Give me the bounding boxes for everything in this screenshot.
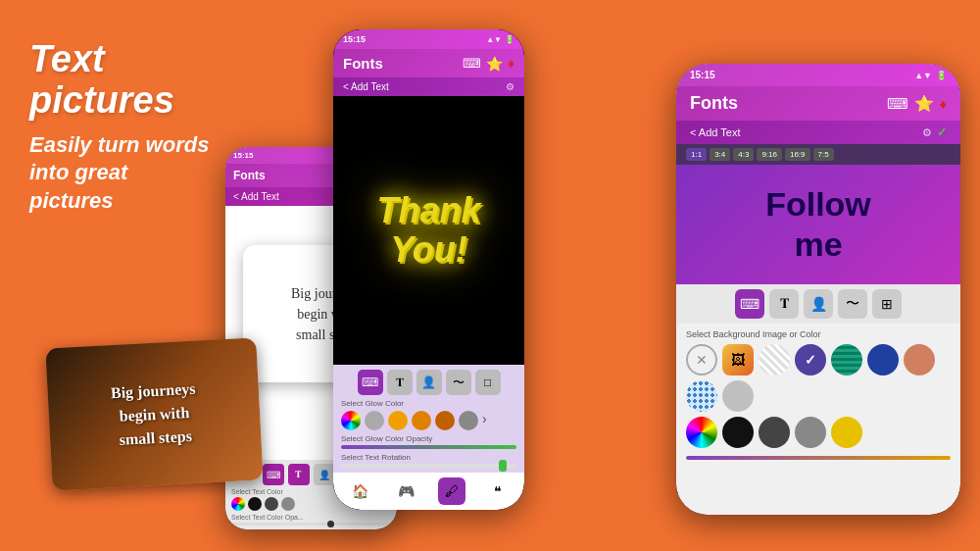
phone3-bg-lightgray[interactable] (722, 380, 754, 412)
phone3-tool-person[interactable]: 👤 (804, 289, 833, 319)
phone2-tool-extra[interactable]: □ (475, 370, 501, 395)
phone2-tool-wave[interactable]: 〜 (446, 370, 471, 395)
phone3-title-bar: Fonts ⌨ ⭐ ♦ (676, 86, 960, 121)
phone2-title: Fonts (343, 55, 383, 72)
phone2-color-row: › (341, 411, 516, 430)
phone2-nav-quote[interactable]: ❝ (484, 477, 512, 505)
phone2-rotation-label: Select Text Rotation (341, 453, 516, 462)
phone2-thankyou: ThankYou! (376, 191, 480, 269)
phone3-bottom: Select Background Image or Color ✕ 🖼 ✓ (676, 324, 960, 515)
phone3-tool-wave[interactable]: 〜 (838, 289, 867, 319)
phone3-bg-black[interactable] (722, 417, 754, 448)
phone2-glow-label: Select Glow Color (341, 399, 516, 408)
phone3-bg-gray[interactable] (795, 417, 826, 448)
phone3-back[interactable]: < Add Text (690, 126, 740, 138)
phone1-opacity-label: Select Text Color Opa... (231, 514, 391, 521)
phone1-back[interactable]: < Add Text (233, 191, 279, 202)
phone2-tool-person[interactable]: 👤 (416, 370, 442, 395)
phone3-ratio-3-4[interactable]: 3:4 (710, 148, 730, 161)
phone3-status: 15:15 (690, 70, 715, 80)
phone3-bg-label: Select Background Image or Color (686, 329, 951, 339)
phone3-bg-colors-2 (686, 417, 951, 448)
phone2-back[interactable]: < Add Text (343, 81, 389, 92)
phone3-ratio-9-16[interactable]: 9:16 (757, 148, 782, 161)
phone1-title: Fonts (233, 169, 266, 182)
phone1-status: 15:15 (233, 151, 253, 160)
phone3-bg-dotblue[interactable] (686, 380, 717, 412)
phone1-tool-person[interactable]: 👤 (314, 464, 335, 485)
phone3-bg-darkgray[interactable] (759, 417, 790, 448)
card-dark-text: Big journeysbegin withsmall steps (110, 376, 198, 451)
phone1-opacity-row: Select Text Color Opa... (231, 514, 391, 526)
phone2-color-brown[interactable] (435, 411, 455, 430)
phone3-bg-darkblue[interactable] (867, 344, 899, 376)
phone3-bg-teal[interactable] (831, 344, 862, 376)
phone3-title: Fonts (690, 93, 738, 114)
phone3-ratio-16-9[interactable]: 16:9 (785, 148, 810, 161)
phone3-bg-options: ✕ 🖼 ✓ (686, 344, 951, 412)
phone2-opacity-slider[interactable] (341, 445, 516, 449)
phone2-gear[interactable]: ⚙ (506, 81, 514, 92)
phone3-ratio-4-3[interactable]: 4:3 (733, 148, 754, 161)
phone1-tool-t[interactable]: 𝐓 (288, 464, 310, 485)
phone3-bg-image[interactable]: 🖼 (722, 344, 754, 376)
phone3-sub-bar: < Add Text ⚙ ✓ (676, 121, 960, 144)
phone3-follow-text: Followme (765, 184, 871, 265)
phone2-star-icon[interactable]: ⭐ (486, 56, 503, 72)
phone2-color-gray1[interactable] (365, 411, 384, 430)
phone2-color-more[interactable]: › (482, 411, 487, 430)
phone3-gem-icon[interactable]: ♦ (940, 96, 947, 112)
hero-section: Text pictures Easily turn wordsinto grea… (29, 39, 245, 215)
hero-title: Text pictures (29, 39, 245, 122)
phone3-bg-stripe[interactable] (759, 344, 790, 376)
phone2-tool-keyboard[interactable]: ⌨ (358, 370, 383, 395)
phone2-sub-bar: < Add Text ⚙ (333, 77, 524, 96)
phone3-star-icon[interactable]: ⭐ (914, 94, 934, 113)
phone3-slider[interactable] (686, 456, 951, 460)
phone-2: 15:15 ▲▼ 🔋 Fonts ⌨ ⭐ ♦ < Add Text ⚙ Than… (333, 29, 524, 510)
phone2-title-bar: Fonts ⌨ ⭐ ♦ (333, 49, 524, 77)
phone3-tool-keyboard[interactable]: ⌨ (735, 289, 764, 319)
hero-subtitle: Easily turn wordsinto greatpictures (29, 131, 245, 216)
phone-3: 15:15 ▲▼ 🔋 Fonts ⌨ ⭐ ♦ < Add Text ⚙ ✓ 1:… (676, 64, 960, 515)
phone2-nav-edit[interactable]: 🖋 (438, 477, 466, 505)
phone2-color-orange[interactable] (412, 411, 431, 430)
phone3-bg-skin[interactable] (904, 344, 935, 376)
phone1-opacity-slider[interactable] (231, 523, 391, 526)
phone2-bottom: ⌨ 𝐓 👤 〜 □ Select Glow Color › Select Glo… (333, 365, 524, 473)
phone3-check[interactable]: ✓ (937, 125, 947, 139)
phone3-ratio-7-5[interactable]: 7:5 (813, 148, 834, 161)
phone3-bg-rainbow[interactable] (686, 417, 717, 448)
phone2-status: 15:15 (343, 34, 366, 44)
phone3-bg-gold[interactable] (831, 417, 862, 448)
phone3-tool-grid[interactable]: ⊞ (872, 289, 902, 319)
card-dark: Big journeysbegin withsmall steps (45, 337, 263, 490)
phone2-color-gray2[interactable] (459, 411, 478, 430)
phone1-color-gray[interactable] (281, 497, 295, 511)
phone2-nav: 🏠 🎮 🖋 ❝ (333, 473, 524, 510)
phone2-nav-home[interactable]: 🏠 (346, 477, 373, 505)
phone2-gem-icon[interactable]: ♦ (508, 56, 514, 71)
phone2-nav-game[interactable]: 🎮 (392, 477, 419, 505)
phone3-ratio-bar: 1:1 3:4 4:3 9:16 16:9 7:5 (676, 144, 960, 165)
phone1-color-black[interactable] (248, 497, 262, 511)
phone2-tool-t[interactable]: 𝐓 (387, 370, 413, 395)
phone1-color-rainbow[interactable] (231, 497, 245, 511)
phone2-color-rainbow[interactable] (341, 411, 361, 430)
phone2-keyboard-icon[interactable]: ⌨ (463, 56, 481, 71)
phone3-header: 15:15 ▲▼ 🔋 (676, 64, 960, 86)
phone1-color-dgray[interactable] (265, 497, 278, 511)
phone2-toolbar: ⌨ 𝐓 👤 〜 □ (341, 370, 516, 395)
phone3-ratio-1-1[interactable]: 1:1 (686, 148, 707, 161)
phone3-tool-t[interactable]: 𝐓 (769, 289, 799, 319)
phone3-bg-purple[interactable]: ✓ (795, 344, 826, 376)
phone2-color-gold[interactable] (388, 411, 408, 430)
phone3-canvas: Followme (676, 165, 960, 284)
phone3-gear[interactable]: ⚙ (922, 126, 932, 139)
phone2-rotation-slider[interactable] (341, 464, 516, 468)
phone1-tool-keyboard[interactable]: ⌨ (263, 464, 284, 485)
phone3-toolbar: ⌨ 𝐓 👤 〜 ⊞ (676, 284, 960, 324)
phone3-keyboard-icon[interactable]: ⌨ (887, 95, 908, 113)
phone2-header: 15:15 ▲▼ 🔋 (333, 29, 524, 49)
phone3-bg-remove[interactable]: ✕ (686, 344, 717, 376)
